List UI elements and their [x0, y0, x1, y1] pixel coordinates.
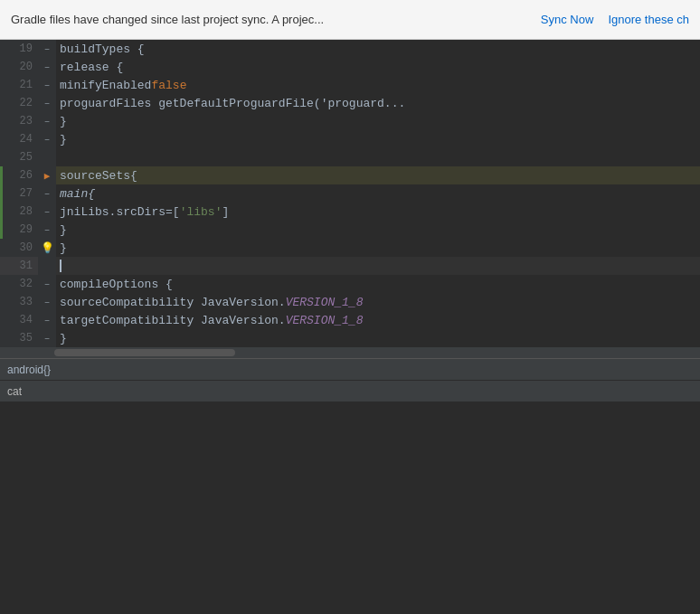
code-token: }	[60, 241, 67, 255]
scrollbar-track[interactable]	[54, 349, 646, 356]
line-number-33: 33	[0, 293, 38, 311]
code-token: VERSION_1_8	[286, 296, 364, 309]
code-token: }	[60, 115, 67, 128]
code-token: VERSION_1_8	[286, 314, 364, 327]
fold-row-27: –	[38, 184, 56, 203]
line-number-gutter: 1920212223242526272829303132333435	[0, 40, 38, 347]
fold-row-21: –	[38, 76, 56, 94]
code-line-26: sourceSets{	[56, 166, 700, 184]
fold-row-26: ▶	[38, 166, 56, 184]
fold-row-20: –	[38, 58, 56, 76]
code-line-25	[56, 148, 700, 166]
fold-row-32: –	[38, 275, 56, 293]
line-number-21: 21	[0, 76, 38, 94]
line-number-27: 27	[0, 184, 38, 203]
fold-gutter: ––––––▶–––💡––––	[38, 40, 56, 347]
fold-row-25	[38, 148, 56, 166]
line-number-31: 31	[0, 257, 38, 275]
fold-dash-icon: –	[44, 315, 51, 326]
code-line-24: }	[56, 130, 700, 148]
text-cursor	[60, 260, 61, 272]
fold-row-22: –	[38, 94, 56, 112]
code-line-27: main{	[56, 184, 700, 203]
line-number-19: 19	[0, 40, 38, 58]
line-number-24: 24	[0, 130, 38, 148]
code-token: }	[60, 332, 67, 345]
fold-row-35: –	[38, 329, 56, 347]
horizontal-scrollbar[interactable]	[0, 347, 700, 358]
line-number-28: 28	[0, 203, 38, 221]
line-number-20: 20	[0, 58, 38, 76]
code-token: sourceSets{	[60, 169, 137, 183]
ignore-link[interactable]: Ignore these ch	[608, 13, 689, 26]
fold-dash-icon: –	[44, 43, 51, 54]
code-token: proguardFiles getDefaultProguardFile('pr…	[60, 97, 405, 110]
line-number-34: 34	[0, 311, 38, 329]
breadcrumb-text: android{}	[7, 364, 51, 376]
code-line-23: }	[56, 112, 700, 130]
fold-row-24: –	[38, 130, 56, 148]
code-line-35: }	[56, 329, 700, 347]
fold-row-19: –	[38, 40, 56, 58]
fold-dash-icon: –	[44, 134, 51, 145]
code-line-34: targetCompatibility JavaVersion.VERSION_…	[56, 311, 700, 329]
fold-row-33: –	[38, 293, 56, 311]
code-line-31	[56, 257, 700, 275]
code-token: jniLibs.srcDirs=[	[60, 205, 180, 219]
code-token: targetCompatibility JavaVersion.	[60, 314, 286, 327]
code-token: }	[60, 133, 67, 146]
code-token: buildTypes {	[60, 43, 145, 56]
breadcrumb-bar: android{}	[0, 358, 700, 380]
fold-dash-icon: –	[44, 224, 51, 235]
fold-row-30: 💡	[38, 239, 56, 257]
code-line-22: proguardFiles getDefaultProguardFile('pr…	[56, 94, 700, 112]
code-line-28: jniLibs.srcDirs=['libs']	[56, 203, 700, 221]
code-editor: 1920212223242526272829303132333435 –––––…	[0, 40, 700, 347]
code-token: release {	[60, 61, 123, 74]
line-number-23: 23	[0, 112, 38, 130]
light-bulb-icon[interactable]: 💡	[41, 241, 54, 255]
fold-dash-icon: –	[44, 206, 51, 217]
code-token: false	[151, 79, 186, 92]
code-line-29: }	[56, 221, 700, 239]
line-number-22: 22	[0, 94, 38, 112]
code-line-32: compileOptions {	[56, 275, 700, 293]
status-bar: cat	[0, 380, 700, 401]
line-number-30: 30	[0, 239, 38, 257]
line-number-32: 32	[0, 275, 38, 293]
code-line-19: buildTypes {	[56, 40, 700, 58]
code-token: }	[60, 223, 67, 237]
fold-arrow-icon[interactable]: ▶	[44, 170, 51, 182]
code-content[interactable]: buildTypes { release { minifyEnabled fal…	[56, 40, 700, 347]
fold-dash-icon: –	[44, 116, 51, 127]
fold-dash-icon: –	[44, 98, 51, 109]
fold-dash-icon: –	[44, 333, 51, 344]
line-number-35: 35	[0, 329, 38, 347]
code-token: minifyEnabled	[60, 79, 151, 92]
line-number-25: 25	[0, 148, 38, 166]
line-number-29: 29	[0, 221, 38, 239]
fold-row-23: –	[38, 112, 56, 130]
fold-row-29: –	[38, 221, 56, 239]
code-token: sourceCompatibility JavaVersion.	[60, 296, 286, 309]
scrollbar-thumb[interactable]	[54, 349, 235, 356]
fold-row-28: –	[38, 203, 56, 221]
code-line-30: }	[56, 239, 700, 257]
fold-row-34: –	[38, 311, 56, 329]
code-line-21: minifyEnabled false	[56, 76, 700, 94]
sync-now-link[interactable]: Sync Now	[541, 13, 594, 26]
fold-dash-icon: –	[44, 188, 51, 199]
code-token: 'libs'	[180, 205, 222, 219]
code-line-33: sourceCompatibility JavaVersion.VERSION_…	[56, 293, 700, 311]
fold-dash-icon: –	[44, 61, 51, 72]
fold-dash-icon: –	[44, 297, 51, 307]
code-token: main{	[60, 187, 95, 201]
notification-bar: Gradle files have changed since last pro…	[0, 0, 700, 40]
status-text: cat	[7, 385, 22, 398]
fold-dash-icon: –	[44, 80, 51, 90]
line-number-26: 26	[0, 166, 38, 184]
fold-dash-icon: –	[44, 279, 51, 289]
code-token: ]	[222, 205, 229, 219]
notification-text: Gradle files have changed since last pro…	[11, 13, 537, 26]
fold-row-31	[38, 257, 56, 275]
